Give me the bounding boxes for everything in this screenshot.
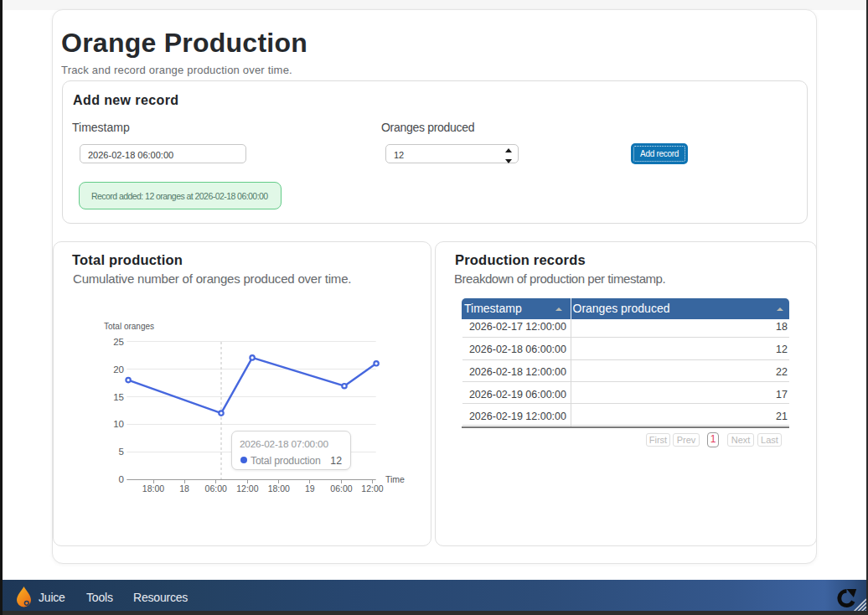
svg-text:10: 10 xyxy=(113,419,124,429)
svg-text:5: 5 xyxy=(119,447,124,457)
svg-text:0: 0 xyxy=(119,474,124,484)
svg-text:20: 20 xyxy=(113,364,124,375)
svg-text:19: 19 xyxy=(305,483,315,494)
svg-text:18:00: 18:00 xyxy=(268,483,290,494)
svg-text:25: 25 xyxy=(113,337,124,347)
svg-text:18:00: 18:00 xyxy=(142,483,164,494)
svg-text:15: 15 xyxy=(113,392,124,402)
svg-text:12:00: 12:00 xyxy=(361,483,383,494)
svg-text:Time: Time xyxy=(385,474,405,484)
svg-text:12:00: 12:00 xyxy=(236,483,258,494)
svg-text:Total oranges: Total oranges xyxy=(104,322,154,331)
svg-text:06:00: 06:00 xyxy=(330,483,352,494)
svg-text:18: 18 xyxy=(179,483,189,494)
svg-text:06:00: 06:00 xyxy=(205,483,227,494)
